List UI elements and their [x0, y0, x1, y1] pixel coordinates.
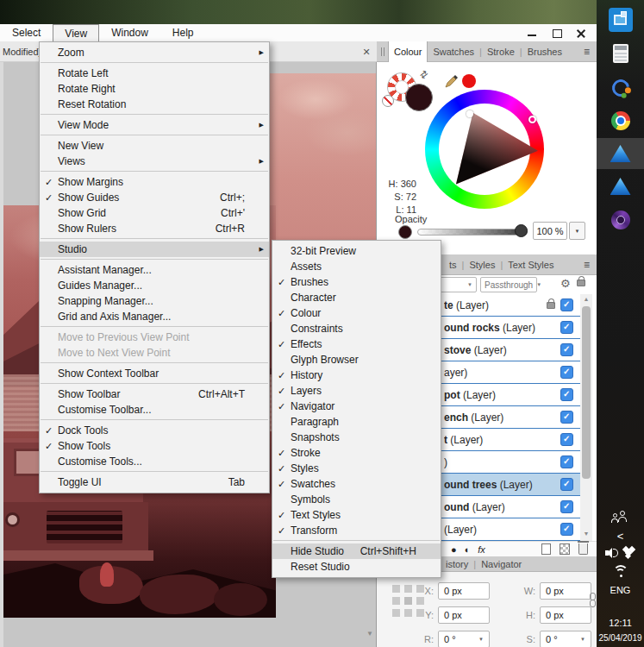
- r-input[interactable]: 0 °▼: [438, 631, 490, 647]
- taskbar-calculator-icon[interactable]: [597, 43, 644, 64]
- maximize-button[interactable]: [550, 27, 564, 39]
- lock-icon[interactable]: [577, 280, 585, 286]
- opacity-dropdown-arrow-icon[interactable]: ▼: [569, 222, 585, 240]
- link-dimensions-icon[interactable]: [590, 593, 597, 608]
- h-input[interactable]: 0 px: [540, 606, 591, 624]
- colour-menu-item[interactable]: ✓Colour: [272, 305, 441, 321]
- tab-brushes[interactable]: Brushes: [522, 41, 567, 62]
- show-grid-menu-item[interactable]: Show GridCtrl+': [40, 205, 269, 221]
- swap-colours-icon[interactable]: ⇄: [417, 68, 430, 82]
- layer-visibility-checkbox[interactable]: [560, 523, 573, 536]
- minimize-button[interactable]: [526, 27, 540, 39]
- close-button[interactable]: [574, 27, 588, 39]
- symbols-menu-item[interactable]: Symbols: [272, 492, 441, 507]
- new-view-menu-item[interactable]: New View: [40, 138, 269, 154]
- taskbar-network-icon[interactable]: [597, 563, 644, 579]
- x-input[interactable]: 0 px: [438, 582, 490, 600]
- menubar-window[interactable]: Window: [99, 24, 160, 41]
- transform-menu-item[interactable]: ✓Transform: [272, 523, 441, 538]
- show-toolbar-menu-item[interactable]: Show ToolbarCtrl+Alt+T: [40, 386, 269, 402]
- swatches-menu-item[interactable]: ✓Swatches: [272, 476, 441, 492]
- tab-swatches[interactable]: Swatches: [428, 41, 479, 62]
- snapping-manager-menu-item[interactable]: Snapping Manager...: [40, 293, 269, 309]
- taskbar-chrome-icon[interactable]: [597, 110, 644, 131]
- move-to-previous-view-point-menu-item[interactable]: Move to Previous View Point: [40, 330, 269, 345]
- show-guides-menu-item[interactable]: ✓Show GuidesCtrl+;: [40, 190, 269, 205]
- y-input[interactable]: 0 px: [438, 606, 490, 624]
- w-input[interactable]: 0 px: [540, 582, 591, 600]
- customise-toolbar-menu-item[interactable]: Customise Toolbar...: [40, 402, 269, 418]
- layer-opacity-combo[interactable]: ▼: [435, 277, 477, 292]
- hide-studio-menu-item[interactable]: Hide StudioCtrl+Shift+H: [272, 543, 441, 559]
- toggle-ui-menu-item[interactable]: Toggle UITab: [40, 474, 269, 490]
- menubar-view[interactable]: View: [53, 24, 99, 41]
- navigator-menu-item[interactable]: ✓Navigator: [272, 399, 441, 414]
- studio-menu-item[interactable]: Studio▶: [40, 242, 269, 257]
- tab-navigator[interactable]: Navigator: [476, 554, 527, 575]
- tab-text-styles[interactable]: Text Styles: [503, 254, 559, 275]
- blend-mode-combo[interactable]: Passthrough ▼: [480, 277, 537, 292]
- taskbar-affinity-designer-2-icon[interactable]: [597, 176, 644, 197]
- rotate-right-menu-item[interactable]: Rotate Right: [40, 81, 269, 97]
- dock-tools-menu-item[interactable]: ✓Dock Tools: [40, 423, 269, 438]
- rotate-left-menu-item[interactable]: Rotate Left: [40, 66, 269, 81]
- scroll-up-icon[interactable]: ▲: [580, 294, 592, 305]
- tab-colour[interactable]: Colour: [388, 41, 428, 62]
- dropbox-icon[interactable]: [622, 547, 636, 559]
- layer-visibility-checkbox[interactable]: [560, 478, 573, 491]
- constraints-menu-item[interactable]: Constraints: [272, 321, 441, 336]
- snapshots-menu-item[interactable]: Snapshots: [272, 430, 441, 445]
- taskbar-show-hidden-icons[interactable]: <: [597, 528, 644, 543]
- show-rulers-menu-item[interactable]: Show RulersCtrl+R: [40, 221, 269, 236]
- taskbar-blue-app-icon[interactable]: [597, 7, 644, 33]
- menubar-select[interactable]: Select: [0, 24, 53, 41]
- view-mode-menu-item[interactable]: View Mode▶: [40, 117, 269, 133]
- scrollbar-thumb[interactable]: [582, 306, 591, 479]
- taskbar-affinity-photo-icon[interactable]: [597, 210, 644, 230]
- tab-stroke[interactable]: Stroke: [482, 41, 520, 62]
- saturation-picker-handle[interactable]: [466, 110, 473, 117]
- eyedropper-icon[interactable]: [443, 72, 460, 90]
- effects-menu-item[interactable]: ✓Effects: [272, 336, 441, 352]
- speaker-icon[interactable]: [605, 547, 619, 559]
- taskbar-clock[interactable]: 12:11: [597, 616, 644, 630]
- assets-menu-item[interactable]: Assets: [272, 259, 441, 274]
- layers-menu-item[interactable]: ✓Layers: [272, 383, 441, 399]
- panel-menu-icon[interactable]: ≡: [584, 259, 597, 271]
- assistant-manager-menu-item[interactable]: Assistant Manager...: [40, 262, 269, 278]
- delete-layer-icon[interactable]: [578, 543, 588, 555]
- show-tools-menu-item[interactable]: ✓Show Tools: [40, 438, 269, 454]
- layer-visibility-checkbox[interactable]: [560, 343, 573, 356]
- taskbar-affinity-designer-icon[interactable]: [597, 143, 644, 164]
- hue-picker-handle[interactable]: [528, 116, 536, 123]
- fill-colour-swatch[interactable]: [405, 84, 433, 111]
- layers-scrollbar[interactable]: ▲ ▼: [580, 294, 592, 541]
- customise-tools-menu-item[interactable]: Customise Tools...: [40, 454, 269, 469]
- add-layer-icon[interactable]: [541, 543, 551, 555]
- panel-grip-icon[interactable]: [377, 47, 388, 56]
- 32-bit-preview-menu-item[interactable]: 32-bit Preview: [272, 243, 441, 259]
- menubar-help[interactable]: Help: [160, 24, 206, 41]
- move-to-next-view-point-menu-item[interactable]: Move to Next View Point: [40, 345, 269, 361]
- history-menu-item[interactable]: ✓History: [272, 367, 441, 383]
- styles-menu-item[interactable]: ✓Styles: [272, 461, 441, 476]
- show-margins-menu-item[interactable]: ✓Show Margins: [40, 174, 269, 190]
- zoom-menu-item[interactable]: Zoom▶: [40, 45, 269, 60]
- canvas-scroll-down-arrow[interactable]: ▼: [365, 629, 375, 639]
- reset-rotation-menu-item[interactable]: Reset Rotation: [40, 97, 269, 112]
- tab-styles[interactable]: Styles: [464, 254, 500, 275]
- layer-visibility-checkbox[interactable]: [560, 411, 573, 424]
- opacity-value[interactable]: 100 %: [533, 222, 567, 240]
- layer-visibility-checkbox[interactable]: [560, 455, 573, 468]
- paragraph-menu-item[interactable]: Paragraph: [272, 414, 441, 430]
- views-menu-item[interactable]: Views▶: [40, 154, 269, 169]
- taskbar-people-button[interactable]: [597, 509, 644, 526]
- s-input[interactable]: 0 °▼: [540, 631, 591, 647]
- glyph-browser-menu-item[interactable]: Glyph Browser: [272, 352, 441, 367]
- reset-studio-menu-item[interactable]: Reset Studio: [272, 559, 441, 575]
- text-styles-menu-item[interactable]: ✓Text Styles: [272, 507, 441, 523]
- taskbar-language[interactable]: ENG: [597, 583, 644, 597]
- layer-visibility-checkbox[interactable]: [560, 366, 573, 379]
- brushes-menu-item[interactable]: ✓Brushes: [272, 274, 441, 290]
- add-mask-icon[interactable]: [560, 543, 570, 555]
